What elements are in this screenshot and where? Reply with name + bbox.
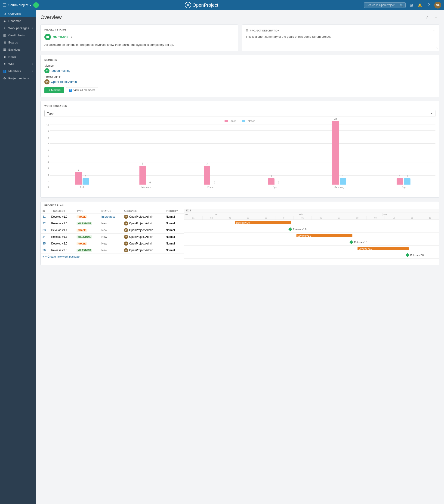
y-label-2: 2 bbox=[48, 174, 49, 176]
help-icon[interactable]: ? bbox=[426, 2, 432, 8]
col-type: TYPE bbox=[75, 209, 99, 214]
gantt-week-08: 08 bbox=[348, 216, 367, 219]
resize-handle[interactable]: ⤡ bbox=[436, 47, 438, 50]
epic-bars: 1 0 bbox=[268, 178, 282, 185]
epic-open-bar-wrap: 1 bbox=[268, 178, 274, 185]
work-packages-card: WORK PACKAGES Type open closed 10 9 8 7 … bbox=[40, 101, 439, 198]
grid-icon[interactable]: ⊞ bbox=[408, 2, 414, 8]
fullscreen-button[interactable]: ⤢ bbox=[424, 14, 431, 21]
description-more-button[interactable]: ··· bbox=[432, 28, 435, 33]
row-id-34[interactable]: 34 bbox=[43, 235, 46, 238]
search-input[interactable] bbox=[367, 3, 398, 7]
gantt-week-11: 11 bbox=[403, 216, 421, 219]
userstory-bars: 10 1 bbox=[332, 121, 346, 185]
bar-group-milestone: 3 0 Milestone bbox=[114, 124, 178, 189]
chart-wrapper: 10 9 8 7 6 5 4 3 2 1 0 bbox=[44, 124, 435, 194]
y-label-1: 1 bbox=[48, 180, 49, 182]
gantt-bar-35[interactable]: Develop v2.0 bbox=[357, 247, 408, 250]
legend-closed-label: closed bbox=[248, 120, 255, 122]
settings-icon: ⚙ bbox=[3, 76, 6, 80]
col-priority: PRIORITY bbox=[164, 209, 184, 214]
plan-content: ID ↕ SUBJECT TYPE STATUS ASSIGNEE PRIORI… bbox=[41, 209, 439, 265]
legend-open-label: open bbox=[231, 120, 236, 122]
add-project-button[interactable]: + bbox=[33, 2, 39, 8]
row-priority-33: Normal bbox=[164, 227, 184, 233]
row-id-33[interactable]: 33 bbox=[43, 229, 46, 232]
sidebar-item-overview[interactable]: ⊙ Overview bbox=[0, 10, 36, 17]
gantt-bar-31[interactable]: Develop v1.0 bbox=[235, 221, 291, 224]
chart-type-select[interactable]: Type bbox=[44, 110, 435, 117]
notification-icon[interactable]: 🔔 bbox=[417, 2, 423, 8]
phase-open-bar-wrap: 3 bbox=[204, 166, 210, 185]
gantt-row-33: Develop v1.1 bbox=[184, 233, 439, 239]
legend-closed-dot bbox=[242, 120, 245, 122]
gantt-bar-33[interactable]: Develop v1.1 bbox=[297, 234, 353, 237]
sidebar-item-roadmap[interactable]: ◈ Roadmap bbox=[0, 17, 36, 24]
epic-closed-value: 0 bbox=[278, 181, 279, 184]
y-label-0: 0 bbox=[48, 186, 49, 188]
row-status-34: New bbox=[102, 235, 107, 238]
status-dropdown-icon[interactable]: ▼ bbox=[71, 36, 73, 38]
gantt-week-09: 09 bbox=[367, 216, 385, 219]
sidebar-item-boards[interactable]: ⊞ Boards › bbox=[0, 39, 36, 46]
table-row: 32 Release v1.0 MILESTONE New OA OpenPro… bbox=[41, 220, 184, 227]
row-id-36[interactable]: 36 bbox=[43, 249, 46, 252]
milestone-open-value: 3 bbox=[142, 162, 143, 165]
member-name-jagoan[interactable]: jagoan hosting bbox=[51, 69, 71, 72]
gantt-week-01: 01 bbox=[221, 216, 239, 219]
add-widget-button[interactable]: + bbox=[432, 14, 439, 21]
overview-icon: ⊙ bbox=[3, 12, 6, 16]
members-card: MEMBERS Member JH jagoan hosting Project… bbox=[40, 55, 439, 97]
chart-legend: open closed bbox=[44, 120, 435, 122]
y-label-6: 6 bbox=[48, 149, 49, 151]
sidebar-item-news[interactable]: ◉ News bbox=[0, 53, 36, 60]
roadmap-icon: ◈ bbox=[3, 19, 6, 23]
sidebar-item-work-packages[interactable]: ✦ Work packages › bbox=[0, 24, 36, 32]
project-dropdown-icon: ▼ bbox=[29, 4, 32, 6]
topbar-left: ☰ Scrum project ▼ + bbox=[3, 2, 39, 8]
assignee-avatar-33: OA bbox=[124, 228, 128, 232]
member-avatar-oa: OA bbox=[44, 79, 50, 84]
view-all-members-button[interactable]: 👥 View all members bbox=[66, 87, 98, 93]
sidebar-item-members[interactable]: 👥 Members › bbox=[0, 68, 36, 75]
milestone-label: Milestone bbox=[142, 186, 151, 189]
hamburger-icon[interactable]: ☰ bbox=[3, 2, 6, 8]
task-closed-bar-wrap: 1 bbox=[83, 178, 89, 185]
sidebar-item-wiki[interactable]: ≡ Wiki › bbox=[0, 60, 36, 68]
main-content: Overview ⤢ + PROJECT STATUS ON TRACK ▼ A… bbox=[36, 10, 444, 504]
row-id-32[interactable]: 32 bbox=[43, 222, 46, 225]
topbar-right: 🔍 ⊞ 🔔 ? OA bbox=[364, 2, 441, 9]
member-name-oa[interactable]: OpenProject Admin bbox=[51, 80, 77, 84]
gantt-row-32: Release v1.0 bbox=[184, 226, 439, 233]
user-avatar[interactable]: OA bbox=[434, 2, 441, 9]
gantt-icon: ▦ bbox=[3, 34, 6, 37]
work-packages-chevron-icon: › bbox=[32, 27, 33, 29]
task-closed-value: 1 bbox=[85, 175, 87, 178]
col-status: STATUS bbox=[100, 209, 122, 214]
row-subject-31: Develop v1.0 bbox=[49, 213, 75, 220]
gantt-milestone-34[interactable]: Release v1.1 bbox=[350, 241, 368, 244]
sidebar-item-gantt-charts[interactable]: ▦ Gantt charts › bbox=[0, 32, 36, 39]
today-line bbox=[230, 220, 230, 265]
sidebar-item-backlogs[interactable]: ☰ Backlogs bbox=[0, 46, 36, 53]
add-member-button[interactable]: + + Member bbox=[44, 87, 64, 93]
bug-open-bar bbox=[397, 178, 403, 185]
row-id-35[interactable]: 35 bbox=[43, 242, 46, 245]
create-work-package-link[interactable]: + + Create new work package bbox=[41, 254, 184, 260]
gantt-milestone-label-34: Release v1.1 bbox=[354, 241, 368, 244]
gantt-week-04: 04 bbox=[275, 216, 294, 219]
gantt-month-feb: Feb bbox=[298, 213, 382, 216]
bug-open-value: 1 bbox=[399, 175, 401, 178]
row-subject-36: Release v2.0 bbox=[49, 247, 75, 253]
gantt-milestone-36[interactable]: Release v2.0 bbox=[406, 254, 424, 256]
assignee-avatar-32: OA bbox=[124, 221, 128, 226]
gantt-milestone-32[interactable]: Release v1.0 bbox=[289, 228, 306, 231]
project-name-label[interactable]: Scrum project ▼ bbox=[8, 3, 32, 7]
plan-table-wrapper: ID ↕ SUBJECT TYPE STATUS ASSIGNEE PRIORI… bbox=[41, 209, 184, 265]
gantt-year-label: 2024 bbox=[186, 209, 191, 212]
row-priority-31: Normal bbox=[164, 213, 184, 220]
members-title: MEMBERS bbox=[44, 59, 435, 61]
sidebar-item-project-settings[interactable]: ⚙ Project settings › bbox=[0, 75, 36, 82]
row-id-31[interactable]: 31 bbox=[43, 215, 46, 218]
search-box[interactable]: 🔍 bbox=[364, 2, 406, 8]
